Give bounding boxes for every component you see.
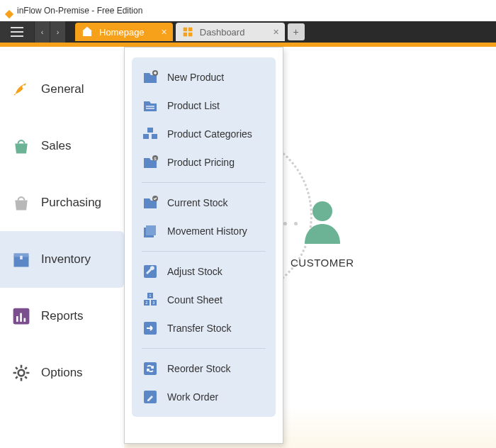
divider: [142, 348, 266, 349]
nav-back-button[interactable]: ‹: [34, 21, 50, 43]
box-icon: [11, 250, 31, 269]
close-icon[interactable]: ×: [162, 26, 167, 38]
menu-label: Product List: [167, 100, 220, 111]
dashboard-icon: [181, 26, 194, 38]
boxes-icon: [142, 125, 159, 142]
window-title: inFlow On-Premise - Free Edition: [17, 0, 142, 21]
svg-text:3: 3: [153, 301, 155, 305]
inventory-flyout: New Product Product List Product Categor…: [124, 47, 283, 444]
app-icon: [4, 6, 14, 16]
menu-adjust-stock[interactable]: Adjust Stock: [135, 257, 273, 286]
arrow-right-icon: [142, 320, 159, 337]
sidebar-item-purchasing[interactable]: Purchasing: [0, 174, 124, 231]
new-tab-button[interactable]: +: [288, 23, 305, 40]
folder-icon: [142, 97, 159, 114]
menu-label: Current Stock: [167, 197, 228, 208]
menu-work-order[interactable]: Work Order: [135, 383, 273, 411]
menu-label: Product Pricing: [167, 157, 235, 168]
menu-label: Count Sheet: [167, 294, 222, 306]
menu-label: Reorder Stock: [167, 363, 230, 374]
svg-rect-11: [24, 318, 26, 322]
folder-dollar-icon: $: [142, 154, 159, 171]
sidebar-item-label: Options: [41, 366, 83, 380]
home-icon: [81, 26, 94, 38]
node-label: CUSTOMER: [291, 257, 354, 269]
divider: [142, 251, 266, 252]
stack-icon: [142, 223, 159, 240]
svg-rect-14: [147, 128, 153, 133]
refresh-icon: [142, 360, 159, 377]
hamburger-menu-button[interactable]: [0, 21, 34, 43]
menu-label: Transfer Stock: [167, 323, 232, 334]
tab-strip: ‹ › Homepage × Dashboard × +: [0, 21, 496, 43]
menu-label: New Product: [167, 72, 224, 83]
numbers-icon: 123: [142, 291, 159, 308]
tab-dashboard[interactable]: Dashboard ×: [176, 23, 285, 41]
sidebar-item-general[interactable]: General: [0, 61, 124, 118]
wrench-icon: [142, 263, 159, 280]
menu-label: Movement History: [167, 225, 247, 237]
tab-label: Dashboard: [200, 27, 245, 38]
sidebar-item-inventory[interactable]: Inventory: [0, 231, 124, 288]
nav-forward-button[interactable]: ›: [50, 21, 65, 43]
svg-rect-10: [20, 313, 22, 322]
workflow-node-customer[interactable]: CUSTOMER: [291, 197, 354, 269]
svg-point-12: [18, 370, 25, 376]
sidebar-item-label: Reports: [41, 309, 84, 323]
sidebar: General Sales Purchasing Inventory Repor…: [0, 47, 124, 448]
gear-icon: [11, 363, 31, 383]
tab-label: Homepage: [99, 27, 145, 38]
svg-text:2: 2: [146, 301, 148, 305]
main-area: General Sales Purchasing Inventory Repor…: [0, 47, 496, 448]
sidebar-item-reports[interactable]: Reports: [0, 288, 124, 345]
sidebar-item-label: Inventory: [41, 252, 91, 267]
menu-label: Product Categories: [167, 128, 252, 140]
pencil-icon: [142, 388, 159, 405]
close-icon[interactable]: ×: [273, 26, 278, 38]
menu-product-categories[interactable]: Product Categories: [135, 120, 273, 148]
menu-transfer-stock[interactable]: Transfer Stock: [135, 314, 273, 342]
menu-label: Adjust Stock: [167, 266, 222, 277]
svg-rect-2: [183, 33, 186, 36]
svg-rect-1: [188, 28, 192, 31]
menu-product-list[interactable]: Product List: [135, 91, 273, 120]
sidebar-item-sales[interactable]: Sales: [0, 118, 124, 174]
rocket-icon: [11, 79, 31, 99]
menu-movement-history[interactable]: Movement History: [135, 217, 273, 245]
sidebar-item-options[interactable]: Options: [0, 345, 124, 401]
sidebar-item-label: Purchasing: [41, 196, 101, 210]
svg-rect-16: [152, 134, 157, 139]
menu-label: Work Order: [167, 391, 218, 403]
bar-chart-icon: [11, 306, 31, 326]
menu-reorder-stock[interactable]: Reorder Stock: [135, 354, 273, 383]
folder-plus-icon: [142, 69, 159, 86]
svg-rect-0: [183, 28, 186, 31]
sidebar-item-label: Sales: [41, 139, 72, 153]
shopping-bag-icon: [11, 193, 31, 213]
svg-rect-7: [20, 256, 23, 259]
svg-point-4: [22, 85, 25, 88]
window-titlebar: inFlow On-Premise - Free Edition: [0, 0, 496, 21]
tab-homepage[interactable]: Homepage ×: [75, 23, 173, 41]
person-icon: [299, 197, 346, 247]
menu-count-sheet[interactable]: 123 Count Sheet: [135, 286, 273, 314]
sidebar-item-label: General: [41, 82, 84, 96]
svg-point-32: [312, 201, 332, 221]
menu-current-stock[interactable]: Current Stock: [135, 189, 273, 217]
folder-check-icon: [142, 194, 159, 211]
divider: [142, 182, 266, 183]
svg-rect-21: [146, 225, 156, 235]
menu-product-pricing[interactable]: $ Product Pricing: [135, 148, 273, 177]
svg-rect-3: [188, 33, 192, 36]
svg-rect-15: [143, 134, 149, 139]
svg-rect-30: [144, 362, 157, 375]
shopping-bag-icon: [11, 136, 31, 156]
svg-text:1: 1: [150, 293, 152, 298]
svg-rect-9: [16, 316, 18, 322]
menu-new-product[interactable]: New Product: [135, 63, 273, 91]
